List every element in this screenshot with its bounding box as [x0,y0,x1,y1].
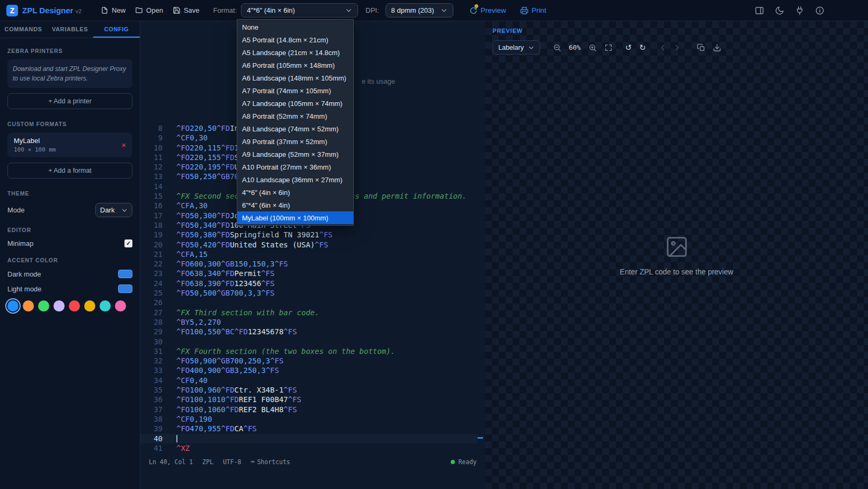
mode-select[interactable]: Dark [95,203,132,217]
save-button[interactable]: Save [173,6,200,14]
line-number: 26 [140,298,163,307]
code-line[interactable]: 29^FO100,550^BC^FD12345678^FS [140,327,478,336]
custom-format-name: MyLabel [14,137,56,145]
app-version: v2 [75,8,82,14]
preview-button[interactable]: Preview [469,6,506,15]
format-select[interactable]: 4"*6" (4in × 6in) [241,3,358,17]
format-option[interactable]: A6 Portrait (105mm × 148mm) [237,59,353,72]
custom-formats-heading: CUSTOM FORMATS [7,121,132,127]
print-button[interactable]: Print [520,6,547,15]
status-bar: Ln 40, Col 1 ZPL UTF-8 ⌨ Shortcuts Ready [140,457,485,467]
format-option[interactable]: A10 Landscape (36mm × 27mm) [237,173,353,186]
accent-color-dot[interactable] [7,300,19,312]
panel-toggle-button[interactable] [755,6,764,15]
dark-mode-swatch[interactable] [118,270,132,278]
about-button[interactable] [815,6,825,15]
open-button[interactable]: Open [135,6,163,14]
code-line[interactable]: 41^XZ [140,443,478,453]
code-line[interactable]: 39^FO470,955^FDCA^FS [140,424,478,433]
accent-color-dot[interactable] [23,300,34,312]
code-line[interactable]: 32^FO50,900^GB700,250,3^FS [140,356,478,366]
format-option[interactable]: 6"*4" (6in × 4in) [237,199,353,211]
format-option[interactable]: A5 Landscape (21cm × 14.8cm) [237,46,353,59]
moon-icon [775,6,784,15]
format-option[interactable]: A10 Portrait (27mm × 36mm) [237,161,353,173]
format-option[interactable]: A5 Portrait (14.8cm × 21cm) [237,33,353,46]
code-line[interactable]: 28^BY5,2,270 [140,317,478,327]
new-button[interactable]: New [101,6,126,14]
format-option[interactable]: A8 Landscape (74mm × 52mm) [237,122,353,135]
sidebar: COMMANDS VARIABLES CONFIG ZEBRA PRINTERS… [0,21,140,489]
line-number: 38 [140,414,163,424]
format-option[interactable]: A9 Landscape (52mm × 37mm) [237,148,353,161]
save-icon [173,6,181,14]
line-number: 8 [140,123,163,133]
line-number: 29 [140,327,163,336]
accent-color-dot[interactable] [100,300,111,312]
accent-palette [7,300,132,312]
format-option[interactable]: A7 Portrait (74mm × 105mm) [237,84,353,97]
minimap-checkbox[interactable]: ✓ [124,239,132,247]
line-number: 41 [140,443,163,453]
line-number: 27 [140,308,163,317]
app-title: ZPL Designer [22,6,73,15]
format-option[interactable]: A6 Landscape (148mm × 105mm) [237,72,353,84]
dpi-select[interactable]: 8 dpmm (203) [386,3,453,17]
code-line[interactable]: 24^FO638,390^FD123456^FS [140,279,478,288]
code-line[interactable]: 37^FO100,1060^FDREF2 BL4H8^FS [140,405,478,414]
delete-format-button[interactable]: × [121,140,126,149]
code-line[interactable]: 26 [140,298,478,307]
format-option[interactable]: 4"*6" (4in × 6in) [237,186,353,199]
accent-color-dot[interactable] [69,300,80,312]
light-mode-label: Light mode [7,285,41,293]
accent-color-dot[interactable] [38,300,49,312]
tab-variables[interactable]: VARIABLES [47,21,93,38]
tab-config[interactable]: CONFIG [93,21,140,38]
dark-mode-accent-row: Dark mode [7,270,132,278]
dark-mode-toggle-button[interactable] [775,6,784,15]
preview-empty-state: Enter ZPL code to see the preview [485,21,868,489]
proxy-connection-button[interactable] [795,6,804,15]
code-line[interactable]: 21^CFA,15 [140,250,478,259]
shortcuts-label: Shortcuts [257,458,290,466]
accent-color-dot[interactable] [115,300,126,312]
mode-select-value: Dark [100,206,114,214]
add-printer-button[interactable]: + Add a printer [7,93,132,109]
save-button-label: Save [184,6,200,14]
light-mode-swatch[interactable] [118,284,132,293]
line-number: 40 [140,434,163,443]
overview-ruler-cursor-marker [478,437,483,439]
line-number: 23 [140,269,163,278]
code-line[interactable]: 22^FO600,300^GB150,150,3^FS [140,259,478,269]
main-area: COMMANDS VARIABLES CONFIG ZEBRA PRINTERS… [0,21,868,489]
code-line[interactable]: 35^FO100,960^FDCtr. X34B-1^FS [140,385,478,395]
format-option[interactable]: A8 Portrait (52mm × 74mm) [237,110,353,122]
code-line[interactable]: 30 [140,337,478,346]
code-line[interactable]: 27^FX Third section with bar code. [140,308,478,317]
format-option[interactable]: A7 Landscape (105mm × 74mm) [237,97,353,110]
line-number: 19 [140,230,163,239]
code-line[interactable]: 34^CF0,40 [140,376,478,385]
code-line[interactable]: 36^FO100,1010^FDREF1 F00B47^FS [140,395,478,404]
mode-label: Mode [7,206,25,214]
code-line[interactable]: 33^FO400,900^GB3,250,3^FS [140,366,478,375]
custom-format-card[interactable]: MyLabel 100 × 100 mm × [7,132,132,157]
accent-color-dot[interactable] [53,300,65,312]
panel-icon [755,6,764,15]
format-option[interactable]: A9 Portrait (37mm × 52mm) [237,135,353,148]
format-option[interactable]: MyLabel (100mm × 100mm) [237,211,353,224]
tab-commands[interactable]: COMMANDS [0,21,47,38]
code-line[interactable]: 19^FO50,380^FDSpringfield TN 39021^FS [140,230,478,239]
shortcuts-button[interactable]: ⌨ Shortcuts [251,458,290,466]
code-line[interactable]: 25^FO50,500^GB700,3,3^FS [140,288,478,298]
cursor-position: Ln 40, Col 1 [149,458,193,466]
code-line[interactable]: 40 [140,434,478,443]
code-line[interactable]: 38^CF0,190 [140,414,478,424]
code-line[interactable]: 31^FX Fourth section (the two boxes on t… [140,346,478,356]
code-line[interactable]: 20^FO50,420^FDUnited States (USA)^FS [140,240,478,250]
add-format-button[interactable]: + Add a format [7,163,132,179]
format-option[interactable]: None [237,21,353,33]
preview-button-label: Preview [481,6,506,14]
code-line[interactable]: 23^FO638,340^FDPermit^FS [140,269,478,278]
accent-color-dot[interactable] [84,300,95,312]
